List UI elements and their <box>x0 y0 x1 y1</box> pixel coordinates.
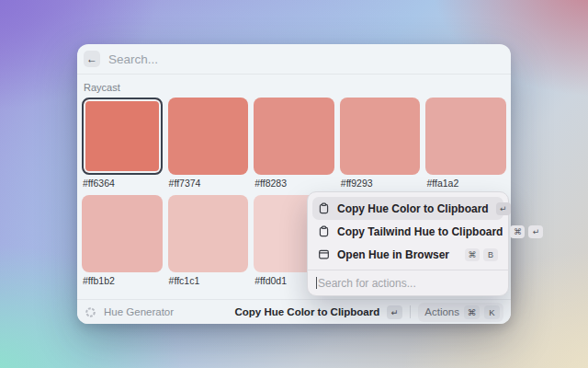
menu-item-copy-hue-color[interactable]: Copy Hue Color to Clipboard ↵ <box>312 197 503 220</box>
hex-label: #ffb1b2 <box>83 275 163 286</box>
color-swatch[interactable] <box>425 98 506 175</box>
swatch-cell: #ffc1c1 <box>168 195 249 286</box>
footer-divider <box>410 305 411 318</box>
section-label: Raycast <box>84 82 506 93</box>
hex-label: #ff7374 <box>169 178 249 189</box>
swatch-cell: #ffa1a2 <box>425 98 506 189</box>
back-arrow-icon: ← <box>86 52 97 65</box>
menu-item-label: Open Hue in Browser <box>337 248 458 261</box>
return-key-badge: ↵ <box>528 225 543 238</box>
menu-item-label: Copy Hue Color to Clipboard <box>337 202 489 215</box>
color-swatch[interactable] <box>254 98 334 175</box>
color-swatch[interactable] <box>340 98 421 175</box>
search-bar: ← Search... <box>77 44 511 75</box>
hex-label: #ff8283 <box>254 178 334 189</box>
text-caret <box>316 277 317 289</box>
primary-action-button[interactable]: Copy Hue Color to Clipboard <box>234 306 379 317</box>
hex-label: #ffa1a2 <box>426 178 506 189</box>
actions-search-input[interactable]: Search for actions... <box>318 277 416 290</box>
color-swatch[interactable] <box>82 98 163 175</box>
clipboard-icon <box>318 202 330 214</box>
clipboard-icon <box>318 225 330 237</box>
swatch-cell: #ff8283 <box>254 98 334 189</box>
return-key-badge: ↵ <box>496 202 511 215</box>
command-name: Hue Generator <box>104 306 174 317</box>
hue-generator-icon <box>85 306 96 318</box>
color-swatch[interactable] <box>168 195 249 272</box>
swatch-cell: #ff7374 <box>168 98 249 189</box>
swatch-cell: #ffb1b2 <box>82 195 163 286</box>
menu-item-label: Copy Tailwind Hue to Clipboard <box>337 225 503 238</box>
swatch-cell: #ff6364 <box>82 98 163 189</box>
cmd-key-badge: ⌘ <box>464 305 480 319</box>
cmd-key-badge: ⌘ <box>510 225 525 238</box>
menu-item-open-hue-in-browser[interactable]: Open Hue in Browser ⌘ B <box>312 243 503 266</box>
swatch-grid-row-1: #ff6364 #ff7374 #ff8283 #ff9293 #ffa1a2 <box>82 98 506 189</box>
status-bar: Hue Generator Copy Hue Color to Clipboar… <box>77 299 511 324</box>
actions-button-label: Actions <box>424 306 459 317</box>
swatch-cell: #ff9293 <box>340 98 421 189</box>
color-swatch[interactable] <box>82 195 163 272</box>
browser-window-icon <box>318 248 330 260</box>
color-swatch[interactable] <box>168 98 249 175</box>
cmd-key-badge: ⌘ <box>465 248 480 261</box>
b-key-badge: B <box>483 248 498 261</box>
menu-item-copy-tailwind-hue[interactable]: Copy Tailwind Hue to Clipboard ⌘ ↵ <box>312 220 503 243</box>
hex-label: #ff9293 <box>341 178 421 189</box>
return-key-badge: ↵ <box>387 305 402 319</box>
actions-search-row: Search for actions... <box>312 270 503 295</box>
search-input[interactable]: Search... <box>108 52 158 66</box>
back-button[interactable]: ← <box>84 51 100 67</box>
actions-button[interactable]: Actions ⌘ K <box>418 303 503 322</box>
hex-label: #ffc1c1 <box>169 275 249 286</box>
k-key-badge: K <box>484 305 500 319</box>
hex-label: #ff6364 <box>83 178 163 189</box>
actions-menu: Copy Hue Color to Clipboard ↵ Copy Tailw… <box>307 191 509 296</box>
